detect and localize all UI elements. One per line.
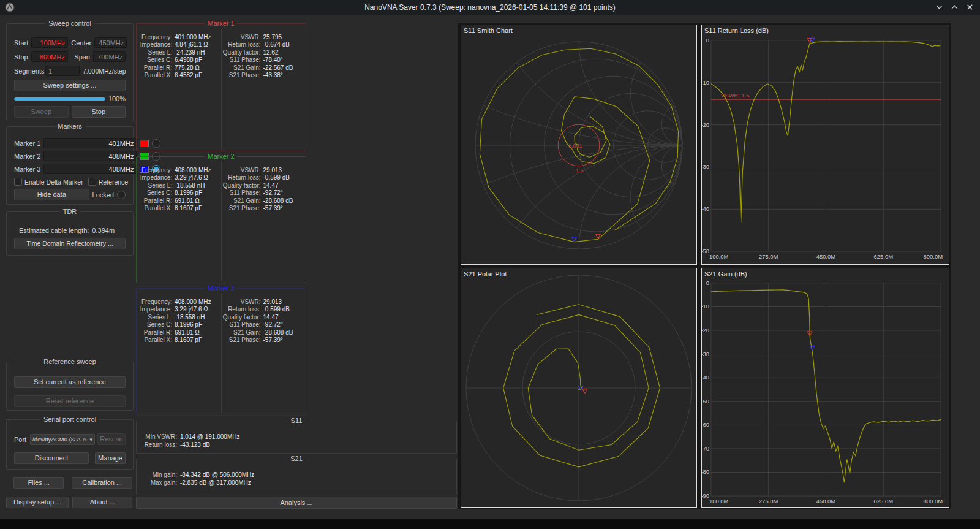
field-value: -0.599 dB — [263, 306, 290, 313]
trace-marker — [572, 237, 577, 242]
field-label: Min VSWR: — [137, 433, 177, 441]
s11-smith-chart[interactable]: S11 Smith Chart 1.0011.5 — [461, 25, 697, 265]
field-value: -43.123 dB — [180, 441, 210, 449]
stop-label: Stop — [14, 53, 28, 61]
hide-data-button[interactable]: Hide data — [14, 189, 89, 200]
field-label: VSWR: — [222, 299, 261, 306]
window-controls — [935, 3, 974, 11]
serial-port-control-title: Serial port control — [40, 416, 99, 424]
taskbar-strip — [0, 519, 980, 529]
reset-reference-button[interactable]: Reset reference — [14, 395, 126, 407]
calibration-button[interactable]: Calibration ... — [72, 477, 132, 489]
x-tick-label: 100.0M — [709, 253, 729, 260]
vswr-circle-label: 1.5 — [576, 167, 583, 173]
field-value: 6.4582 pF — [175, 72, 202, 79]
files-button[interactable]: Files ... — [13, 477, 64, 489]
y-tick-label: -20 — [702, 327, 709, 333]
field-value: 8.1607 pF — [175, 337, 202, 344]
marker-row: Marker 2 — [14, 151, 126, 161]
field-value: 6.4988 pF — [175, 56, 202, 64]
enable-delta-marker-checkbox[interactable] — [14, 178, 22, 186]
time-domain-reflectometry-button[interactable]: Time Domain Reflectometry ... — [14, 238, 126, 249]
field-value: -22.567 dB — [263, 64, 293, 72]
marker-frequency-input[interactable] — [43, 138, 137, 148]
field-value: 775.28 Ω — [175, 64, 200, 72]
s11-info-title: S11 — [288, 417, 306, 425]
about-button[interactable]: About ... — [72, 497, 132, 508]
y-tick-label: -30 — [702, 163, 709, 170]
set-current-as-reference-button[interactable]: Set current as reference — [14, 376, 126, 388]
y-tick-label: 0 — [706, 280, 709, 286]
field-label: Impedance: — [137, 306, 172, 313]
marker-frequency-input[interactable] — [43, 151, 137, 161]
field-label: Parallel X: — [137, 337, 172, 344]
field-label: S21 Gain: — [222, 329, 261, 337]
chart-title: S11 Smith Chart — [464, 27, 513, 34]
field-value: 8.1996 pF — [175, 189, 202, 197]
close-icon[interactable] — [966, 3, 974, 11]
field-value: 29.013 — [263, 167, 282, 174]
span-frequency-input[interactable] — [93, 51, 126, 62]
marker-box-title: Marker 2 — [205, 153, 237, 161]
reference-checkbox[interactable] — [88, 178, 96, 186]
y-tick-label: -20 — [702, 121, 709, 128]
field-value: -92.72° — [263, 321, 283, 329]
s21-polar-plot[interactable]: S21 Polar Plot — [461, 268, 697, 508]
analysis-button[interactable]: Analysis ... — [136, 497, 457, 509]
center-frequency-input[interactable] — [94, 37, 127, 48]
s11-return-loss-chart[interactable]: S11 Return Loss (dB) 100.0M275.0M450.0M6… — [701, 25, 949, 265]
field-label: Return loss: — [137, 441, 177, 449]
sweep-progress-bar — [14, 97, 105, 101]
field-label: S21 Phase: — [222, 72, 261, 79]
center-label: Center — [71, 39, 91, 47]
marker-row: Marker 3 — [14, 164, 126, 174]
field-label: Impedance: — [137, 174, 172, 181]
marker-3-detail-box: Marker 3Frequency:408.000 MHzImpedance:3… — [136, 288, 306, 416]
segments-input[interactable] — [45, 66, 80, 76]
sweep-button[interactable]: Sweep — [14, 106, 69, 118]
marker-box-left-column: Frequency:408.000 MHzImpedance:3.29-j47.… — [137, 294, 221, 414]
minimize-icon[interactable] — [935, 3, 943, 11]
y-tick-label: -10 — [702, 303, 709, 310]
disconnect-button[interactable]: Disconnect — [14, 452, 89, 464]
enable-delta-marker-label: Enable Delta Marker — [24, 178, 83, 186]
field-label: Series C: — [137, 189, 172, 197]
window-title: NanoVNA Saver 0.7.3 (Sweep: nanovna_2026… — [364, 3, 616, 12]
y-tick-label: -80 — [702, 468, 709, 475]
field-value: 8.1996 pF — [175, 321, 202, 329]
display-setup-button[interactable]: Display setup ... — [6, 497, 69, 508]
cable-length-value: 0.394m — [92, 227, 115, 234]
marker-name-label: Marker 1 — [14, 140, 40, 147]
field-value: -92.72° — [263, 189, 283, 197]
stop-frequency-input[interactable] — [31, 51, 68, 62]
trace-marker — [582, 389, 587, 394]
sweep-settings-button[interactable]: Sweep settings ... — [14, 80, 126, 91]
x-tick-label: 625.0M — [874, 253, 894, 260]
tdr-group: TDR Estimated cable length: 0.394m Time … — [6, 211, 134, 256]
x-tick-label: 100.0M — [709, 498, 729, 504]
locked-radio[interactable] — [117, 191, 126, 199]
field-value: 408.000 MHz — [175, 299, 211, 306]
field-label: VSWR: — [222, 167, 261, 174]
field-label: Return loss: — [222, 306, 261, 313]
serial-port-select[interactable]: /dev/ttyACM0 (S-A-A-2) ▾ — [30, 434, 95, 445]
span-label: Span — [71, 53, 90, 61]
field-label: Quality factor: — [222, 49, 261, 56]
chart-grid: 100.0M275.0M450.0M625.0M800.0M0-10-20-30… — [702, 37, 943, 260]
markers-group-title: Markers — [55, 123, 85, 131]
x-tick-label: 800.0M — [924, 253, 943, 260]
start-frequency-input[interactable] — [31, 37, 68, 48]
y-tick-label: -40 — [702, 205, 709, 212]
step-size-label: 7.000MHz/step — [83, 67, 126, 75]
field-value: 25.795 — [263, 34, 282, 41]
maximize-icon[interactable] — [951, 3, 959, 11]
marker-box-title: Marker 1 — [205, 20, 237, 28]
reference-sweep-title: Reference sweep — [40, 358, 99, 366]
manage-button[interactable]: Manage — [95, 452, 126, 464]
marker-frequency-input[interactable] — [43, 164, 137, 174]
rescan-button[interactable]: Rescan — [97, 433, 126, 445]
tdr-title: TDR — [60, 208, 80, 216]
field-value: -0.599 dB — [263, 174, 290, 181]
stop-sweep-button[interactable]: Stop — [72, 106, 126, 118]
s21-gain-chart[interactable]: S21 Gain (dB) 100.0M275.0M450.0M625.0M80… — [701, 268, 949, 508]
